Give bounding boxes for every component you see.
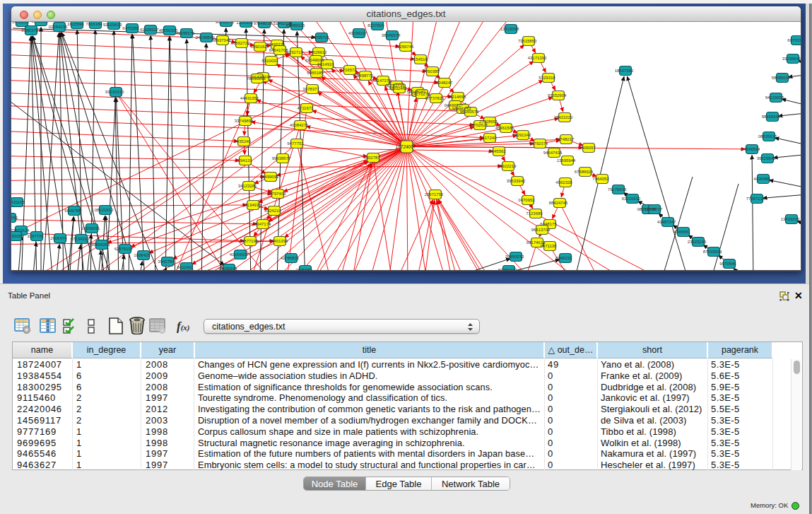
svg-text:4436995: 4436995 — [753, 177, 770, 181]
svg-text:9600133: 9600133 — [31, 22, 48, 23]
svg-text:31781080: 31781080 — [11, 234, 24, 238]
svg-text:1226916: 1226916 — [236, 22, 253, 25]
svg-text:41395376: 41395376 — [176, 31, 195, 35]
svg-text:3267736: 3267736 — [27, 234, 44, 238]
svg-text:7154516: 7154516 — [411, 57, 428, 62]
svg-text:48877190: 48877190 — [240, 239, 259, 243]
svg-text:42786801: 42786801 — [281, 256, 300, 260]
svg-text:99854353: 99854353 — [91, 243, 110, 247]
svg-text:67737826: 67737826 — [425, 96, 445, 100]
svg-text:97848018: 97848018 — [254, 22, 273, 25]
svg-text:0433218: 0433218 — [12, 22, 29, 24]
svg-text:93010310: 93010310 — [105, 90, 124, 94]
svg-text:99938677: 99938677 — [272, 156, 291, 160]
svg-text:6048175: 6048175 — [540, 222, 557, 226]
svg-text:7964053: 7964053 — [592, 177, 609, 181]
svg-text:28498776: 28498776 — [355, 74, 374, 78]
svg-text:98169340: 98169340 — [762, 115, 781, 119]
svg-text:8324210: 8324210 — [264, 209, 281, 213]
svg-text:64641708: 64641708 — [269, 48, 288, 52]
svg-text:7816184: 7816184 — [86, 22, 102, 26]
svg-text:43171390: 43171390 — [528, 56, 547, 60]
svg-text:9232719: 9232719 — [286, 50, 303, 54]
svg-text:79868727: 79868727 — [644, 207, 663, 211]
svg-text:3435240: 3435240 — [234, 139, 251, 144]
svg-text:33749894: 33749894 — [235, 119, 254, 123]
svg-text:13315098: 13315098 — [500, 27, 519, 31]
svg-text:1615594: 1615594 — [67, 22, 84, 26]
svg-text:7123685: 7123685 — [526, 211, 543, 216]
svg-text:18347382: 18347382 — [615, 69, 634, 73]
svg-text:53147379: 53147379 — [372, 78, 392, 83]
svg-text:93792374: 93792374 — [529, 141, 548, 146]
svg-text:49947174: 49947174 — [252, 222, 271, 226]
svg-text:94647436: 94647436 — [543, 151, 563, 155]
svg-text:18702621: 18702621 — [469, 123, 488, 127]
svg-text:94019655: 94019655 — [765, 95, 784, 100]
svg-text:4345581: 4345581 — [673, 230, 690, 234]
svg-text:5865185: 5865185 — [307, 71, 324, 75]
svg-text:4562328: 4562328 — [555, 180, 572, 185]
svg-text:43487347: 43487347 — [657, 220, 676, 224]
svg-text:2294131: 2294131 — [235, 158, 252, 163]
svg-text:98214658: 98214658 — [447, 95, 466, 99]
svg-text:6990162: 6990162 — [250, 45, 267, 49]
svg-text:19399091: 19399091 — [81, 226, 100, 230]
svg-text:9670546: 9670546 — [719, 262, 736, 266]
svg-text:28421020: 28421020 — [554, 115, 573, 119]
svg-text:0471138: 0471138 — [541, 244, 558, 248]
svg-text:96513709: 96513709 — [531, 228, 551, 232]
svg-text:2606474: 2606474 — [50, 236, 67, 240]
svg-text:77387214: 77387214 — [746, 197, 765, 201]
svg-text:4711671: 4711671 — [298, 106, 314, 110]
svg-text:41928327: 41928327 — [140, 28, 159, 32]
svg-text:74529912: 74529912 — [308, 50, 327, 54]
svg-text:58685014: 58685014 — [772, 76, 791, 80]
svg-text:45961586: 45961586 — [495, 126, 514, 130]
svg-text:39533942: 39533942 — [507, 179, 526, 183]
svg-text:08121913: 08121913 — [95, 208, 114, 212]
svg-text:78091343: 78091343 — [512, 133, 531, 137]
svg-text:8412411: 8412411 — [177, 265, 194, 269]
svg-text:37631165: 37631165 — [11, 200, 25, 204]
svg-text:5869232: 5869232 — [555, 256, 572, 260]
svg-text:3542784: 3542784 — [158, 259, 175, 264]
svg-text:6475255: 6475255 — [122, 26, 139, 30]
svg-text:62475107: 62475107 — [114, 247, 134, 251]
svg-text:20465375: 20465375 — [266, 42, 286, 47]
svg-text:8760385: 8760385 — [423, 69, 440, 74]
svg-text:59401399: 59401399 — [269, 239, 288, 243]
svg-text:67586926: 67586926 — [575, 170, 594, 174]
svg-text:34123281: 34123281 — [238, 184, 257, 188]
svg-text:93103413: 93103413 — [103, 23, 122, 27]
svg-text:96499091: 96499091 — [260, 175, 279, 179]
svg-text:44431351: 44431351 — [240, 96, 259, 100]
svg-text:8227824: 8227824 — [367, 23, 384, 28]
svg-text:9477752: 9477752 — [287, 141, 304, 146]
svg-text:87603669: 87603669 — [703, 250, 722, 254]
svg-text:5310033: 5310033 — [261, 59, 278, 63]
svg-text:06562729: 06562729 — [231, 41, 250, 45]
svg-text:14846564: 14846564 — [741, 147, 760, 151]
svg-text:33036541: 33036541 — [782, 57, 801, 61]
svg-text:33872624: 33872624 — [11, 228, 30, 233]
svg-text:9314919: 9314919 — [317, 62, 334, 66]
svg-text:51256746: 51256746 — [395, 45, 414, 49]
svg-text:40748217: 40748217 — [555, 137, 575, 141]
svg-text:1838425: 1838425 — [134, 253, 151, 257]
svg-text:38346578: 38346578 — [382, 33, 401, 37]
svg-text:6409097: 6409097 — [579, 146, 596, 150]
svg-text:23623166: 23623166 — [688, 240, 707, 244]
svg-text:44935348: 44935348 — [218, 267, 237, 270]
svg-text:18724007: 18724007 — [396, 144, 416, 149]
svg-text:81489325: 81489325 — [286, 23, 305, 28]
svg-text:6117240: 6117240 — [481, 136, 498, 140]
svg-text:87234309: 87234309 — [71, 237, 90, 241]
svg-text:5329318: 5329318 — [539, 76, 555, 80]
svg-text:40164005: 40164005 — [230, 252, 249, 257]
svg-text:88095701: 88095701 — [311, 35, 330, 40]
svg-text:70348247: 70348247 — [434, 81, 453, 85]
svg-text:43039117: 43039117 — [348, 31, 367, 35]
svg-text:36629946: 36629946 — [757, 156, 776, 160]
svg-text:67010651: 67010651 — [11, 216, 18, 220]
